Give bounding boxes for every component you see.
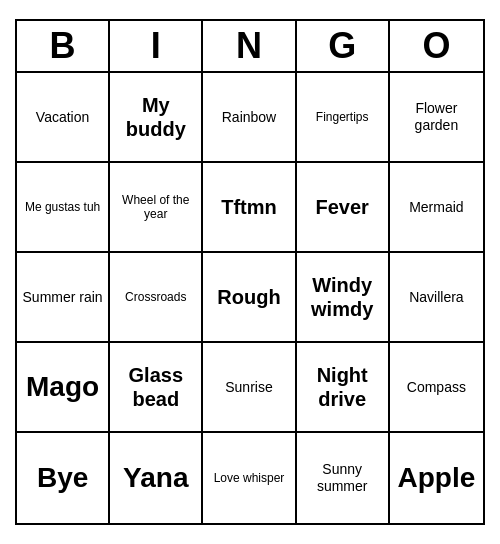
header-letter: N — [203, 21, 296, 71]
bingo-cell: Navillera — [390, 253, 483, 343]
bingo-cell: Flower garden — [390, 73, 483, 163]
bingo-cell: Rainbow — [203, 73, 296, 163]
header-letter: I — [110, 21, 203, 71]
bingo-cell: Glass bead — [110, 343, 203, 433]
bingo-cell: Fever — [297, 163, 390, 253]
bingo-cell: Me gustas tuh — [17, 163, 110, 253]
bingo-grid: VacationMy buddyRainbowFingertipsFlower … — [17, 73, 483, 523]
bingo-cell: Windy wimdy — [297, 253, 390, 343]
bingo-cell: Love whisper — [203, 433, 296, 523]
bingo-cell: Mermaid — [390, 163, 483, 253]
bingo-cell: Sunny summer — [297, 433, 390, 523]
bingo-cell: Compass — [390, 343, 483, 433]
bingo-header: BINGO — [17, 21, 483, 73]
bingo-cell: Bye — [17, 433, 110, 523]
bingo-cell: Tftmn — [203, 163, 296, 253]
bingo-cell: Fingertips — [297, 73, 390, 163]
bingo-cell: Crossroads — [110, 253, 203, 343]
bingo-cell: Mago — [17, 343, 110, 433]
bingo-cell: Apple — [390, 433, 483, 523]
bingo-cell: Wheel of the year — [110, 163, 203, 253]
bingo-cell: Vacation — [17, 73, 110, 163]
bingo-cell: Night drive — [297, 343, 390, 433]
bingo-cell: Rough — [203, 253, 296, 343]
bingo-cell: Sunrise — [203, 343, 296, 433]
header-letter: G — [297, 21, 390, 71]
bingo-cell: Yana — [110, 433, 203, 523]
bingo-card: BINGO VacationMy buddyRainbowFingertipsF… — [15, 19, 485, 525]
header-letter: O — [390, 21, 483, 71]
bingo-cell: My buddy — [110, 73, 203, 163]
header-letter: B — [17, 21, 110, 71]
bingo-cell: Summer rain — [17, 253, 110, 343]
